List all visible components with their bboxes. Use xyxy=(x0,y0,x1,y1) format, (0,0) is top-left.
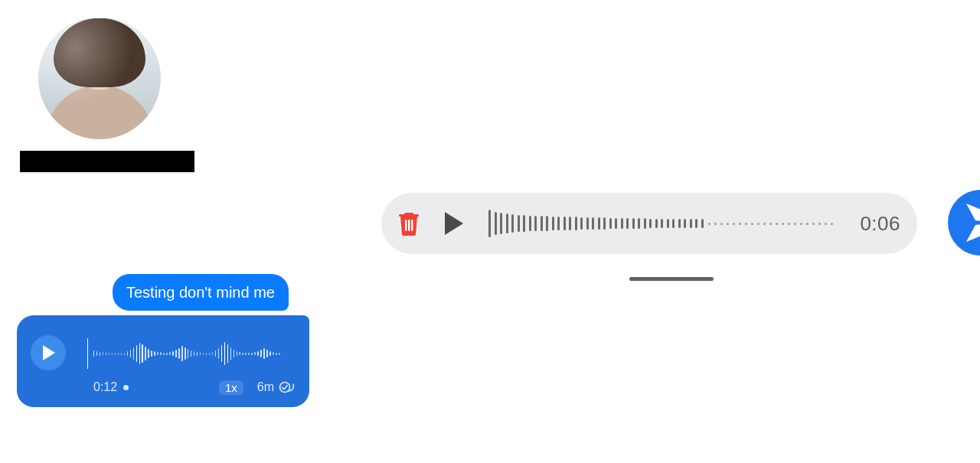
waveform-bar xyxy=(541,216,543,231)
chat-preview-panel: Testing don't mind me 0:12 1x 6m xyxy=(0,0,326,463)
waveform-bar xyxy=(248,353,249,355)
waveform-dot xyxy=(769,223,772,225)
waveform-bar xyxy=(511,214,514,233)
waveform-bar xyxy=(523,215,525,232)
waveform-bar xyxy=(518,215,520,232)
waveform-bar xyxy=(672,219,675,228)
drag-handle[interactable] xyxy=(629,277,714,281)
waveform-bar xyxy=(185,347,185,360)
waveform-bar xyxy=(279,353,279,355)
waveform-bar xyxy=(136,345,137,362)
waveform-bar xyxy=(667,219,669,228)
waveform-dot xyxy=(825,223,827,225)
waveform-bar xyxy=(160,352,161,355)
waveform-bar xyxy=(684,219,686,228)
waveform-bar xyxy=(273,352,273,355)
waveform-bar xyxy=(598,217,600,230)
waveform-bar xyxy=(638,218,640,229)
waveform-bar xyxy=(239,352,240,355)
waveform-bar xyxy=(154,351,155,356)
waveform-bar xyxy=(603,217,606,230)
waveform-dot xyxy=(800,223,802,225)
waveform-bar xyxy=(263,348,264,359)
waveform-bar xyxy=(93,351,94,357)
waveform-bar xyxy=(221,345,222,362)
waveform-dot xyxy=(818,223,821,225)
waveform-bar xyxy=(234,350,234,357)
waveform-bar xyxy=(203,353,204,355)
waveform-bar xyxy=(230,347,231,360)
avatar[interactable] xyxy=(38,17,161,139)
voice-duration: 0:12 xyxy=(93,380,117,394)
send-button[interactable] xyxy=(948,190,980,256)
message-age: 6m xyxy=(257,380,274,394)
waveform-dot xyxy=(794,223,796,225)
waveform-bar xyxy=(103,352,103,355)
waveform-bar xyxy=(575,217,577,230)
waveform-bar xyxy=(580,217,583,230)
waveform-bar xyxy=(260,350,261,357)
waveform-bar xyxy=(254,352,255,355)
recording-panel: 0:06 xyxy=(326,0,980,463)
waveform-dot xyxy=(727,223,729,225)
recording-waveform[interactable] xyxy=(484,204,837,243)
waveform-bar xyxy=(148,349,149,358)
voice-waveform[interactable] xyxy=(87,335,280,372)
waveform-bar xyxy=(142,344,142,363)
waveform-bar xyxy=(100,352,100,356)
waveform-dot xyxy=(776,223,778,225)
waveform-bar xyxy=(209,353,210,355)
unplayed-dot-icon xyxy=(123,385,129,390)
recording-elapsed-time: 0:06 xyxy=(860,212,900,236)
waveform-bar xyxy=(151,351,152,357)
waveform-bar xyxy=(163,353,164,355)
waveform-bar xyxy=(191,351,191,357)
waveform-bar xyxy=(655,219,658,228)
waveform-dot xyxy=(733,223,735,225)
play-icon xyxy=(443,212,463,235)
contact-name-redacted xyxy=(20,151,194,172)
waveform-dot xyxy=(751,223,753,225)
waveform-bar xyxy=(118,353,119,355)
waveform-bar xyxy=(139,343,140,364)
waveform-dot xyxy=(788,223,790,225)
waveform-bar xyxy=(506,214,508,233)
waveform-bar xyxy=(212,352,213,355)
waveform-bar xyxy=(112,353,113,355)
waveform-bar xyxy=(609,218,612,229)
waveform-bar xyxy=(586,217,589,230)
waveform-bar xyxy=(632,218,635,229)
waveform-bar xyxy=(218,348,219,359)
svg-rect-5 xyxy=(408,220,410,231)
recording-bar: 0:06 xyxy=(381,193,917,254)
waveform-bar xyxy=(194,351,194,356)
waveform-bar xyxy=(227,344,228,363)
waveform-bar xyxy=(237,351,237,356)
waveform-bar xyxy=(245,353,246,355)
svg-marker-0 xyxy=(43,345,55,360)
sent-voice-message[interactable]: 0:12 1x 6m xyxy=(17,315,309,407)
waveform-bar xyxy=(626,218,629,229)
waveform-bar xyxy=(115,353,116,355)
trash-icon xyxy=(397,210,420,236)
waveform-bar xyxy=(206,353,207,355)
waveform-bar xyxy=(690,219,692,228)
waveform-dot xyxy=(757,223,760,225)
waveform-bar xyxy=(266,350,267,357)
sent-text-message[interactable]: Testing don't mind me xyxy=(113,274,289,311)
waveform-bar xyxy=(644,218,646,229)
waveform-bar xyxy=(557,217,560,230)
preview-play-button[interactable] xyxy=(439,210,467,237)
waveform-dot xyxy=(745,223,747,225)
waveform-bar xyxy=(145,347,145,360)
waveform-dot xyxy=(831,223,833,225)
waveform-bar xyxy=(96,351,97,356)
waveform-bar xyxy=(109,353,109,355)
playback-speed-button[interactable]: 1x xyxy=(219,380,243,395)
delete-recording-button[interactable] xyxy=(395,210,423,237)
waveform-bar xyxy=(178,348,179,359)
send-icon xyxy=(954,196,980,249)
waveform-dot xyxy=(782,223,784,225)
play-button[interactable] xyxy=(31,335,66,370)
waveform-bar xyxy=(569,217,571,230)
